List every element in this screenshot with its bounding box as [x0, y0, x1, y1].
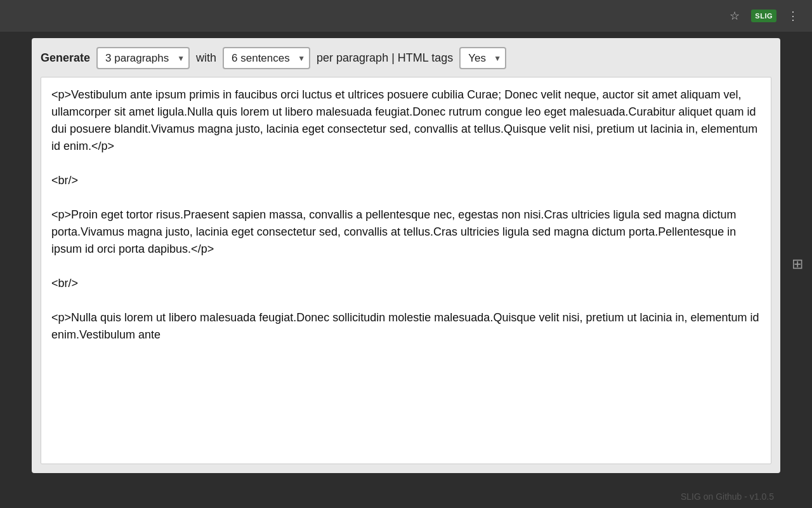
- slig-extension-badge: SLIG: [751, 10, 776, 22]
- paragraphs-select-wrapper[interactable]: 1 paragraph 2 paragraphs 3 paragraphs 4 …: [96, 47, 190, 69]
- per-paragraph-label: per paragraph | HTML tags: [317, 51, 453, 65]
- menu-icon[interactable]: ⋮: [784, 7, 802, 25]
- popup-panel: Generate 1 paragraph 2 paragraphs 3 para…: [32, 38, 780, 473]
- browser-topbar: ☆ SLIG ⋮: [0, 0, 812, 32]
- grid-icon: ⊞: [792, 256, 803, 272]
- with-label: with: [196, 51, 216, 65]
- footer-text: SLIG on Github - v1.0.5: [681, 491, 774, 502]
- output-textarea[interactable]: [41, 77, 771, 464]
- star-icon[interactable]: ☆: [726, 7, 743, 25]
- paragraphs-select[interactable]: 1 paragraph 2 paragraphs 3 paragraphs 4 …: [96, 47, 190, 69]
- controls-row: Generate 1 paragraph 2 paragraphs 3 para…: [41, 47, 771, 69]
- html-select-wrapper[interactable]: Yes No: [459, 47, 506, 69]
- footer: SLIG on Github - v1.0.5: [681, 491, 774, 502]
- sentences-select-wrapper[interactable]: 1 sentence 2 sentences 3 sentences 4 sen…: [223, 47, 310, 69]
- generate-label: Generate: [41, 51, 90, 65]
- side-panel: ⊞: [783, 38, 812, 473]
- sentences-select[interactable]: 1 sentence 2 sentences 3 sentences 4 sen…: [223, 47, 310, 69]
- html-select[interactable]: Yes No: [459, 47, 506, 69]
